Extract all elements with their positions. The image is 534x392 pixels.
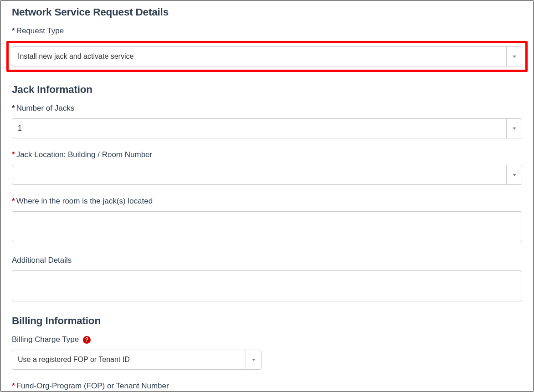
field-num-jacks: *Number of Jacks 1 bbox=[12, 104, 522, 138]
section-heading-jack-info: Jack Information bbox=[12, 84, 522, 96]
textarea-where-in-room[interactable] bbox=[12, 211, 522, 242]
label-text-billing-charge-type: Billing Charge Type bbox=[12, 335, 79, 344]
chevron-down-icon bbox=[252, 359, 256, 361]
textarea-additional-details[interactable] bbox=[12, 270, 522, 301]
label-text-fop: Fund-Org-Program (FOP) or Tenant Number bbox=[16, 382, 169, 390]
label-billing-charge-type: Billing Charge Type ? bbox=[12, 335, 522, 344]
select-button-num-jacks[interactable] bbox=[506, 119, 522, 138]
select-value-num-jacks: 1 bbox=[12, 119, 506, 138]
label-additional-details: Additional Details bbox=[12, 256, 522, 265]
field-fop: *Fund-Org-Program (FOP) or Tenant Number bbox=[12, 382, 522, 392]
select-value-billing-charge-type: Use a registered FOP or Tenant ID bbox=[12, 350, 246, 369]
form-container: Network Service Request Details *Request… bbox=[0, 0, 534, 392]
required-indicator: * bbox=[12, 150, 15, 159]
field-where-in-room: *Where in the room is the jack(s) locate… bbox=[12, 197, 522, 244]
select-jack-location[interactable] bbox=[12, 165, 522, 185]
label-text-additional-details: Additional Details bbox=[12, 256, 72, 265]
required-indicator: * bbox=[12, 26, 15, 35]
select-value-request-type: Install new jack and activate service bbox=[12, 47, 506, 66]
select-num-jacks[interactable]: 1 bbox=[12, 118, 522, 138]
select-button-request-type[interactable] bbox=[506, 47, 522, 66]
form-content: Network Service Request Details *Request… bbox=[1, 6, 533, 392]
label-text-num-jacks: Number of Jacks bbox=[16, 104, 75, 112]
label-text-where-in-room: Where in the room is the jack(s) located bbox=[16, 197, 153, 205]
section-heading-billing-info: Billing Information bbox=[12, 315, 522, 327]
field-additional-details: Additional Details bbox=[12, 256, 522, 303]
field-billing-charge-type: Billing Charge Type ? Use a registered F… bbox=[12, 335, 522, 370]
required-indicator: * bbox=[12, 382, 15, 390]
chevron-down-icon bbox=[513, 127, 516, 130]
field-jack-location: *Jack Location: Building / Room Number bbox=[12, 150, 522, 185]
select-button-billing-charge-type[interactable] bbox=[246, 350, 261, 369]
label-fop: *Fund-Org-Program (FOP) or Tenant Number bbox=[12, 382, 522, 391]
section-heading-request-details: Network Service Request Details bbox=[12, 6, 522, 18]
select-button-jack-location[interactable] bbox=[506, 165, 522, 184]
label-text-jack-location: Jack Location: Building / Room Number bbox=[16, 150, 153, 159]
select-value-jack-location bbox=[12, 165, 506, 184]
help-icon[interactable]: ? bbox=[83, 336, 91, 344]
chevron-down-icon bbox=[513, 174, 516, 176]
highlight-box-request-type: Install new jack and activate service bbox=[6, 41, 528, 72]
chevron-down-icon bbox=[513, 56, 516, 58]
field-request-type: *Request Type Install new jack and activ… bbox=[12, 26, 522, 72]
label-where-in-room: *Where in the room is the jack(s) locate… bbox=[12, 197, 522, 206]
select-request-type[interactable]: Install new jack and activate service bbox=[12, 46, 522, 66]
required-indicator: * bbox=[12, 104, 15, 112]
label-jack-location: *Jack Location: Building / Room Number bbox=[12, 150, 522, 159]
select-billing-charge-type[interactable]: Use a registered FOP or Tenant ID bbox=[12, 350, 262, 370]
required-indicator: * bbox=[12, 197, 15, 205]
label-text-request-type: Request Type bbox=[16, 26, 64, 35]
label-num-jacks: *Number of Jacks bbox=[12, 104, 522, 113]
label-request-type: *Request Type bbox=[12, 26, 522, 36]
